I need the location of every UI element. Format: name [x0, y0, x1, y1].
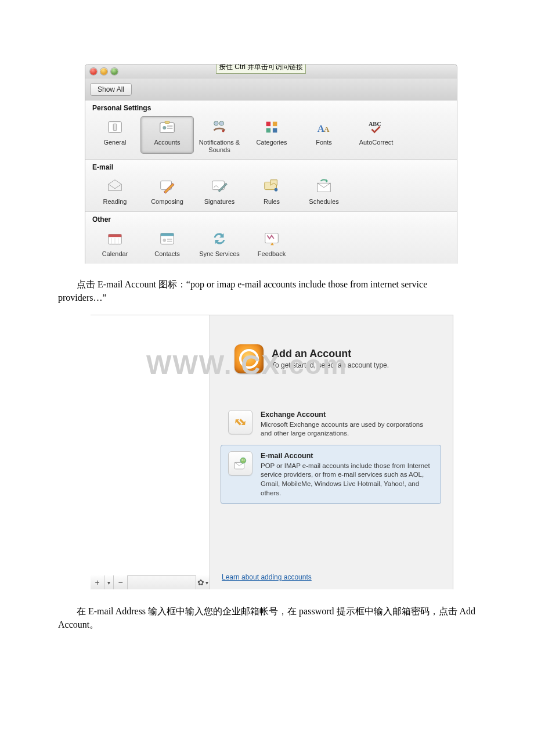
zoom-window-button[interactable] — [111, 68, 118, 75]
add-account-dropdown[interactable]: ▾ — [104, 575, 114, 589]
toolbar: Show All — [85, 78, 457, 100]
email-title: E-mail Account — [261, 452, 313, 460]
pref-label: Fonts — [316, 139, 332, 146]
pref-sync[interactable]: Sync Services — [193, 228, 246, 258]
pref-calendar[interactable]: Calendar — [89, 228, 141, 258]
calendar-icon — [106, 229, 124, 248]
doc-paragraph-2: 在 E-mail Address 输入框中输入您的企业邮箱帐号，在 passwo… — [58, 604, 476, 631]
svg-point-29 — [163, 239, 167, 242]
pref-label: Notifications & Sounds — [193, 139, 246, 153]
account-list-sidebar: + ▾ − ✿ ▾ — [91, 315, 210, 589]
add-account-content: WWW. CX.com Add an Account To get starte… — [210, 315, 453, 589]
learn-link-row: Learn about adding accounts — [221, 549, 443, 585]
pref-label: AutoCorrect — [359, 139, 394, 146]
pref-label: Rules — [264, 198, 280, 206]
welcome-text: Add an Account To get started, select an… — [272, 348, 389, 369]
pref-label: Calendar — [102, 250, 128, 258]
outlook-app-icon — [234, 344, 264, 373]
svg-point-9 — [222, 130, 225, 132]
pref-schedules[interactable]: Schedules — [298, 176, 350, 206]
svg-rect-1 — [113, 124, 117, 130]
account-actions-menu[interactable]: ✿ ▾ — [196, 575, 210, 589]
section-header-personal: Personal Settings — [85, 100, 457, 114]
compose-pencil-icon — [158, 177, 176, 196]
minimize-window-button[interactable] — [100, 68, 107, 75]
pref-label: Signatures — [204, 198, 235, 206]
svg-point-7 — [214, 121, 219, 126]
pref-rules[interactable]: Rules — [246, 176, 298, 206]
bell-sound-icon — [210, 118, 229, 136]
show-all-button[interactable]: Show All — [90, 83, 132, 96]
pref-label: Contacts — [154, 250, 179, 258]
pref-label: Schedules — [309, 198, 338, 206]
svg-point-8 — [219, 121, 224, 126]
id-card-icon — [158, 118, 176, 136]
svg-rect-30 — [167, 239, 172, 240]
svg-rect-31 — [167, 241, 172, 242]
add-account-title: Add an Account — [272, 348, 389, 360]
exchange-icon — [228, 410, 252, 434]
email-account-icon — [228, 451, 252, 476]
exchange-desc: Microsoft Exchange accounts are used by … — [261, 420, 434, 438]
fonts-aa-icon: AA — [315, 118, 333, 136]
svg-text:A: A — [324, 125, 330, 134]
svg-point-34 — [240, 458, 246, 463]
pref-label: Accounts — [154, 139, 180, 146]
mail-rules-icon — [262, 177, 281, 196]
pref-fonts[interactable]: AA Fonts — [298, 117, 350, 153]
close-window-button[interactable] — [90, 68, 97, 75]
add-account-window: + ▾ − ✿ ▾ WWW. CX.com Add an Account To … — [91, 315, 453, 589]
signature-icon — [210, 177, 229, 196]
svg-rect-12 — [266, 128, 271, 133]
email-desc: POP or IMAP e-mail accounts include thos… — [261, 462, 434, 498]
pref-accounts[interactable]: Accounts — [141, 117, 193, 153]
switch-icon — [106, 118, 124, 136]
pref-label: General — [103, 139, 126, 146]
svg-rect-4 — [167, 125, 172, 127]
pref-autocorrect[interactable]: ABC AutoCorrect — [350, 117, 402, 153]
pref-label: Categories — [256, 139, 287, 146]
add-account-button[interactable]: + — [91, 575, 104, 589]
sidebar-toolbar: + ▾ − ✿ ▾ — [91, 575, 210, 589]
svg-rect-23 — [109, 234, 122, 237]
section-other: Calendar Contacts Sync Services Feedback — [85, 226, 457, 264]
pref-general[interactable]: General — [89, 117, 141, 153]
svg-rect-13 — [273, 128, 277, 133]
svg-rect-5 — [167, 128, 172, 129]
titlebar: 按住 Ctrl 并单击可访问链接 — [85, 64, 457, 78]
svg-rect-11 — [273, 122, 277, 127]
pref-composing[interactable]: Composing — [141, 176, 193, 206]
traffic-lights — [90, 68, 118, 75]
pref-contacts[interactable]: Contacts — [141, 228, 193, 258]
doc-paragraph-1: 点击 E-mail Account 图标：“pop or imap e-mail… — [58, 278, 476, 304]
svg-rect-28 — [161, 233, 174, 236]
account-type-exchange[interactable]: Exchange Account Microsoft Exchange acco… — [221, 404, 441, 445]
svg-point-20 — [275, 188, 278, 192]
remove-account-button[interactable]: − — [114, 575, 128, 589]
pref-notifications[interactable]: Notifications & Sounds — [193, 117, 246, 153]
preferences-window: 按住 Ctrl 并单击可访问链接 Show All Personal Setti… — [85, 64, 457, 264]
section-personal: General Accounts Notifications & Sounds … — [85, 114, 457, 160]
exchange-title: Exchange Account — [261, 411, 326, 419]
svg-point-35 — [241, 459, 243, 460]
pref-reading[interactable]: Reading — [89, 176, 141, 206]
hyperlink-tooltip: 按住 Ctrl 并单击可访问链接 — [216, 64, 306, 74]
pref-categories[interactable]: Categories — [246, 117, 298, 153]
sync-arrows-icon — [210, 229, 229, 248]
add-account-subtitle: To get started, select an account type. — [272, 361, 389, 369]
option-text: E-mail Account POP or IMAP e-mail accoun… — [261, 451, 434, 498]
svg-point-36 — [244, 459, 245, 460]
account-type-email[interactable]: E-mail Account POP or IMAP e-mail accoun… — [221, 445, 441, 504]
feedback-icon — [262, 229, 281, 248]
learn-about-adding-accounts-link[interactable]: Learn about adding accounts — [222, 573, 312, 581]
account-list-empty — [91, 315, 210, 575]
envelope-open-icon — [106, 177, 124, 196]
gear-icon: ✿ — [197, 578, 204, 587]
mail-schedule-icon — [315, 177, 333, 196]
pref-label: Reading — [103, 198, 127, 206]
section-header-other: Other — [85, 212, 457, 226]
pref-feedback[interactable]: Feedback — [246, 228, 298, 258]
pref-signatures[interactable]: Signatures — [193, 176, 246, 206]
option-text: Exchange Account Microsoft Exchange acco… — [261, 410, 434, 438]
section-header-email: E-mail — [85, 160, 457, 174]
